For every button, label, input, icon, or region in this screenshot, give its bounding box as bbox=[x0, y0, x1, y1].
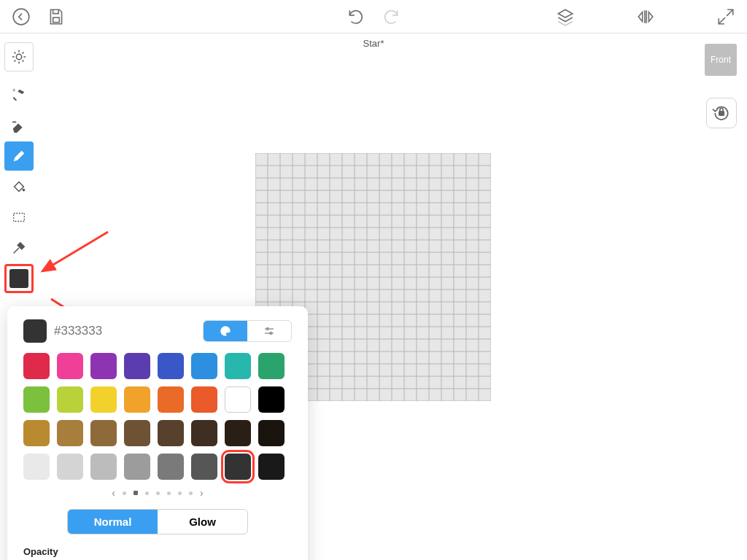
layers-icon[interactable] bbox=[554, 6, 576, 28]
pager-dot[interactable] bbox=[145, 491, 149, 495]
svg-line-3 bbox=[727, 9, 733, 16]
svg-point-65 bbox=[266, 328, 268, 330]
swatch[interactable] bbox=[90, 420, 117, 446]
swatch[interactable] bbox=[258, 420, 285, 446]
svg-point-16 bbox=[23, 189, 26, 192]
color-picker-popover: ‹ › Normal Glow Opacity 100% bbox=[7, 306, 308, 560]
redo-icon[interactable] bbox=[380, 6, 402, 28]
swatch[interactable] bbox=[225, 353, 251, 379]
swatch[interactable] bbox=[57, 386, 83, 413]
swatch[interactable] bbox=[57, 454, 83, 480]
paint-tool[interactable] bbox=[4, 141, 34, 171]
save-icon[interactable] bbox=[45, 6, 67, 28]
hex-input[interactable] bbox=[54, 324, 142, 338]
top-toolbar bbox=[0, 0, 747, 34]
swatch[interactable] bbox=[191, 353, 217, 379]
swatch-grid bbox=[23, 353, 292, 480]
swatch[interactable] bbox=[90, 353, 117, 379]
svg-rect-15 bbox=[12, 122, 17, 123]
select-tool[interactable] bbox=[4, 203, 34, 232]
swatch[interactable] bbox=[23, 353, 50, 379]
svg-line-10 bbox=[15, 52, 16, 54]
current-color-preview bbox=[9, 269, 28, 288]
svg-point-66 bbox=[270, 332, 272, 335]
svg-rect-1 bbox=[53, 18, 60, 23]
svg-marker-2 bbox=[558, 9, 573, 18]
swatch[interactable] bbox=[57, 420, 83, 446]
mode-normal[interactable]: Normal bbox=[68, 510, 158, 534]
pager-prev[interactable]: ‹ bbox=[112, 487, 115, 499]
svg-line-61 bbox=[42, 232, 108, 271]
pager-dot[interactable] bbox=[178, 491, 182, 495]
annotation-arrow-1 bbox=[29, 226, 117, 284]
paint-mode-toggle: Normal Glow bbox=[67, 509, 248, 534]
color-swatch-button[interactable] bbox=[4, 264, 34, 293]
undo-icon[interactable] bbox=[345, 6, 367, 28]
fullscreen-icon[interactable] bbox=[715, 6, 737, 28]
swatch[interactable] bbox=[191, 420, 217, 446]
back-button[interactable] bbox=[10, 6, 32, 28]
pager-dot[interactable] bbox=[167, 491, 171, 495]
pager-dot[interactable] bbox=[123, 491, 126, 495]
swatch[interactable] bbox=[90, 454, 117, 480]
light-tool[interactable] bbox=[4, 42, 34, 71]
swatch[interactable] bbox=[258, 454, 285, 480]
swatch[interactable] bbox=[225, 386, 251, 413]
palette-pager: ‹ › bbox=[23, 487, 292, 499]
swatch[interactable] bbox=[225, 420, 251, 446]
swatch[interactable] bbox=[124, 386, 150, 413]
svg-line-4 bbox=[719, 18, 725, 24]
swatch[interactable] bbox=[90, 386, 117, 413]
swatch[interactable] bbox=[158, 454, 184, 480]
swatch[interactable] bbox=[23, 386, 50, 413]
sliders-tab[interactable] bbox=[247, 321, 291, 341]
svg-line-12 bbox=[15, 61, 16, 62]
pager-dot[interactable] bbox=[156, 491, 160, 495]
swatch[interactable] bbox=[258, 353, 285, 379]
build-tool[interactable]: + bbox=[4, 80, 34, 109]
erase-tool[interactable] bbox=[4, 111, 34, 140]
svg-point-0 bbox=[13, 9, 29, 25]
svg-line-13 bbox=[23, 52, 24, 54]
swatch[interactable] bbox=[124, 353, 150, 379]
view-front-badge[interactable]: Front bbox=[705, 44, 737, 76]
swatch[interactable] bbox=[57, 353, 83, 379]
swatch[interactable] bbox=[225, 454, 251, 480]
swatch[interactable] bbox=[191, 454, 217, 480]
swatch[interactable] bbox=[191, 386, 217, 413]
pager-next[interactable]: › bbox=[200, 487, 204, 499]
left-toolbar: + bbox=[4, 42, 34, 293]
swatch[interactable] bbox=[158, 386, 184, 413]
svg-rect-17 bbox=[14, 214, 25, 222]
opacity-label: Opacity bbox=[23, 546, 292, 557]
bucket-tool[interactable] bbox=[4, 172, 34, 201]
swatch[interactable] bbox=[158, 420, 184, 446]
eyedropper-tool[interactable] bbox=[4, 233, 34, 262]
swatch[interactable] bbox=[124, 454, 150, 480]
mirror-icon[interactable] bbox=[635, 6, 657, 28]
swatch[interactable] bbox=[158, 353, 184, 379]
pager-dot[interactable] bbox=[133, 491, 138, 495]
svg-rect-60 bbox=[719, 112, 724, 115]
palette-mode-toggle bbox=[203, 320, 292, 342]
document-title: Star* bbox=[363, 38, 384, 49]
swatch[interactable] bbox=[23, 454, 50, 480]
picker-color-preview bbox=[23, 319, 47, 343]
svg-line-11 bbox=[23, 61, 24, 62]
swatch[interactable] bbox=[124, 420, 150, 446]
svg-point-5 bbox=[16, 54, 21, 59]
svg-text:+: + bbox=[12, 88, 16, 94]
swatch[interactable] bbox=[258, 386, 285, 413]
palette-tab[interactable] bbox=[204, 321, 247, 341]
swatch[interactable] bbox=[23, 420, 50, 446]
pager-dot[interactable] bbox=[189, 491, 193, 495]
mode-glow[interactable]: Glow bbox=[158, 510, 247, 534]
rotate-lock-button[interactable] bbox=[706, 98, 737, 128]
